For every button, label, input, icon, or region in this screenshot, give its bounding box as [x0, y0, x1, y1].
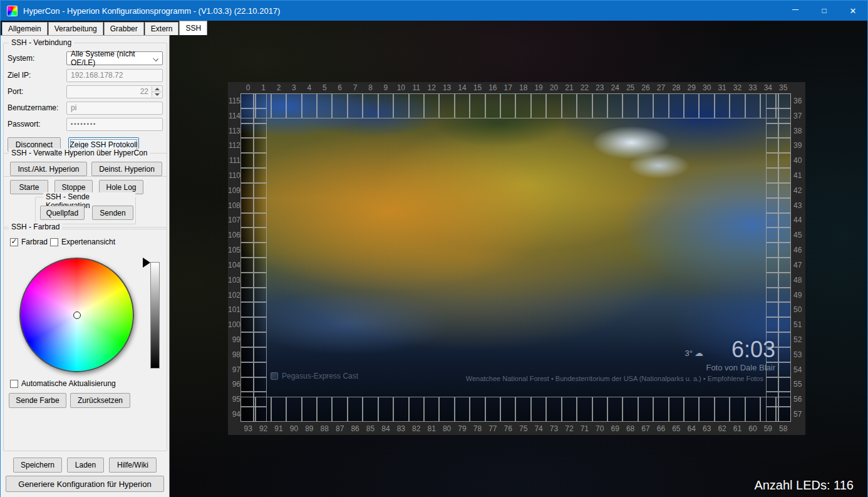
slider-handle-icon[interactable]: [143, 258, 150, 268]
led-index: 63: [699, 422, 714, 435]
automatische-aktualisierung-checkbox[interactable]: Automatische Aktualisierung: [10, 379, 116, 388]
window-controls: ─ □ ✕: [781, 1, 867, 21]
minimize-button[interactable]: ─: [781, 1, 810, 21]
led-index: 74: [531, 422, 546, 435]
led-cell: [424, 93, 439, 118]
led-cell: [240, 138, 254, 153]
benutzername-label: Benutzername:: [8, 103, 66, 112]
passwort-field[interactable]: ••••••••: [66, 118, 163, 131]
tab-verarbeitung[interactable]: Verarbeitung: [48, 22, 103, 35]
led-count-label: Anzahl LEDs: 116: [754, 478, 854, 493]
led-cell: [577, 397, 592, 422]
tab-allgemein[interactable]: Allgemein: [2, 22, 48, 35]
led-cell: [409, 93, 424, 118]
color-wheel-marker[interactable]: [73, 311, 81, 319]
led-cell: [778, 317, 791, 332]
led-index: 14: [455, 82, 470, 93]
preview-image: 6:03 3°☁ Foto von Dale Blair Wenatchee N…: [240, 93, 791, 422]
tab-ssh[interactable]: SSH: [179, 21, 207, 35]
led-cell: [254, 213, 267, 228]
led-cell: [607, 397, 623, 422]
system-dropdown[interactable]: Alle Systeme (nicht OE/LE): [66, 51, 163, 65]
quellpfad-button[interactable]: Quellpfad: [40, 206, 85, 220]
speichern-button[interactable]: Speichern: [13, 458, 62, 473]
led-index: 109: [228, 183, 242, 198]
tab-grabber[interactable]: Grabber: [104, 22, 144, 35]
deinst-hyperion-button[interactable]: Deinst. Hyperion: [91, 162, 162, 176]
led-index: 18: [515, 82, 530, 93]
checkbox-checked-icon: [10, 238, 18, 246]
app-icon: [7, 6, 18, 16]
led-index: 87: [332, 422, 347, 435]
led-cell: [766, 228, 778, 243]
group-title: SSH - Farbrad: [9, 222, 62, 231]
led-cell: [515, 397, 530, 422]
port-spinner: [152, 86, 162, 97]
sende-farbe-button[interactable]: Sende Farbe: [9, 393, 66, 408]
led-index: 89: [302, 422, 317, 435]
tab-extern[interactable]: Extern: [145, 22, 179, 35]
port-field[interactable]: 22: [66, 85, 163, 98]
spinner-down-button[interactable]: [152, 92, 162, 97]
close-button[interactable]: ✕: [839, 1, 867, 21]
led-index: 15: [470, 82, 485, 93]
led-cell: [778, 258, 791, 273]
led-index: 11: [409, 82, 424, 93]
led-cell: [766, 288, 778, 303]
expertenansicht-checkbox[interactable]: Expertenansicht: [50, 238, 115, 246]
led-index: 68: [623, 422, 638, 435]
led-cell: [592, 93, 607, 118]
maximize-button[interactable]: □: [810, 1, 839, 21]
led-cell: [669, 397, 684, 422]
led-cell: [592, 397, 607, 422]
led-cell: [254, 362, 267, 377]
led-index: 56: [791, 392, 805, 407]
led-index: 77: [485, 422, 500, 435]
led-index: 9: [378, 82, 393, 93]
led-cell: [766, 198, 778, 213]
led-index: 8: [363, 82, 378, 93]
led-cell: [439, 397, 454, 422]
port-value: 22: [140, 87, 148, 96]
led-index: 28: [669, 82, 684, 93]
led-index: 1: [256, 82, 271, 93]
inst-akt-hyperion-button[interactable]: Inst./Akt. Hyperion: [10, 162, 87, 176]
led-index: 42: [791, 183, 805, 198]
zuruecksetzen-button[interactable]: Zurücksetzen: [70, 393, 130, 408]
benutzername-value: pi: [71, 103, 76, 112]
generiere-konfiguration-button[interactable]: Generiere Konfiguration für Hyperion: [6, 476, 164, 492]
port-label: Port:: [8, 87, 66, 96]
led-cell: [778, 273, 791, 288]
led-cell: [240, 243, 254, 258]
led-index: 13: [439, 82, 454, 93]
spinner-up-button[interactable]: [152, 86, 162, 92]
senden-button[interactable]: Senden: [92, 206, 133, 220]
led-preview-frame: 0123456789101112131415161718192021222324…: [228, 82, 805, 435]
laden-button[interactable]: Laden: [67, 458, 104, 473]
starte-button[interactable]: Starte: [10, 180, 48, 194]
passwort-value: ••••••••: [71, 121, 96, 127]
footer-buttons: Speichern Laden Hilfe/Wiki: [1, 458, 170, 473]
led-index: 16: [485, 82, 500, 93]
led-index: 94: [228, 407, 242, 422]
led-index: 38: [791, 123, 805, 139]
led-cell: [623, 397, 638, 422]
led-index: 110: [228, 168, 242, 183]
led-index: 57: [791, 407, 805, 422]
hilfe-wiki-button[interactable]: Hilfe/Wiki: [109, 458, 157, 473]
led-cell: [363, 397, 378, 422]
led-index: 70: [592, 422, 607, 435]
led-index: 55: [791, 377, 805, 392]
led-index: 50: [791, 302, 805, 317]
led-cell: [715, 397, 730, 422]
led-cell: [778, 93, 791, 108]
color-wheel[interactable]: [19, 258, 134, 372]
led-index: 108: [228, 198, 242, 213]
led-cell: [653, 397, 668, 422]
benutzername-field[interactable]: pi: [66, 102, 163, 115]
ziel-ip-field[interactable]: 192.168.178.72: [66, 69, 163, 82]
farbrad-checkbox[interactable]: Farbrad: [10, 238, 48, 246]
led-index: 92: [256, 422, 271, 435]
wallpaper-caption: Wenatchee National Forest • Bundesterrit…: [466, 375, 763, 382]
value-slider[interactable]: [150, 262, 160, 369]
